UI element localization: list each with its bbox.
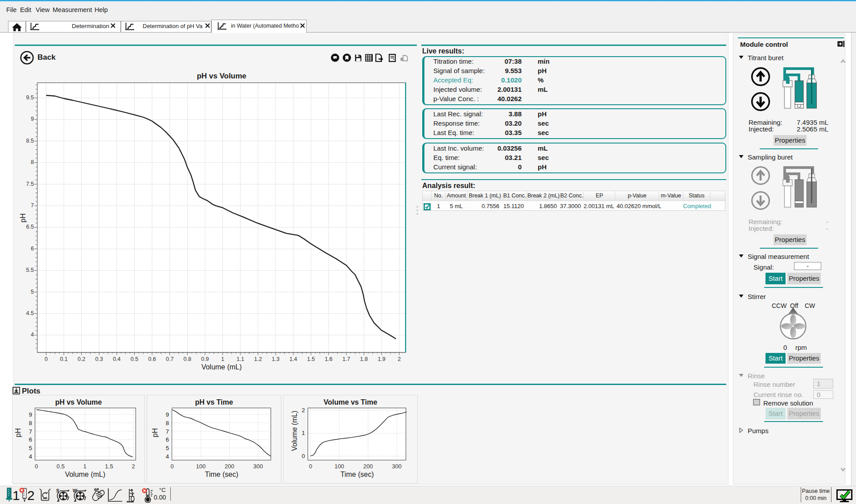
svg-text:1: 1: [12, 488, 20, 503]
svg-text:2: 2: [27, 488, 35, 503]
